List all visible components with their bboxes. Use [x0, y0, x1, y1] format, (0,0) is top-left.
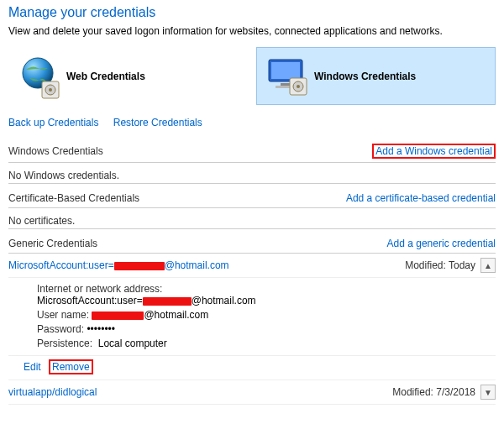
add-certificate-credential-link[interactable]: Add a certificate-based credential [346, 192, 496, 204]
section-empty-text: No certificates. [8, 208, 496, 229]
vault-tiles: Web Credentials Windows Credentials [8, 47, 496, 105]
section-title: Generic Credentials [8, 238, 97, 249]
add-windows-credential-link[interactable]: Add a Windows credential [372, 144, 496, 159]
add-generic-credential-link[interactable]: Add a generic credential [387, 238, 496, 249]
restore-credentials-link[interactable]: Restore Credentials [113, 117, 202, 128]
windows-credentials-section: Windows Credentials Add a Windows creden… [8, 144, 496, 184]
redacted-text [114, 262, 165, 270]
monitor-icon [265, 58, 306, 94]
edit-link[interactable]: Edit [24, 361, 41, 373]
page-subtitle: View and delete your saved logon informa… [8, 25, 496, 37]
credential-row[interactable]: virtualapp/didlogical Modified: 7/3/2018… [8, 380, 496, 405]
credential-details: Internet or network address: MicrosoftAc… [8, 278, 496, 356]
credential-modified: Modified: Today [405, 259, 475, 271]
windows-credentials-label: Windows Credentials [314, 71, 416, 82]
generic-credentials-section: Generic Credentials Add a generic creden… [8, 238, 496, 405]
section-title: Certificate-Based Credentials [8, 192, 139, 204]
chevron-up-icon[interactable]: ▲ [480, 258, 496, 273]
windows-credentials-tile[interactable]: Windows Credentials [256, 47, 496, 105]
credential-actions: Edit Remove [8, 356, 496, 380]
redacted-text [143, 297, 192, 306]
svg-point-10 [297, 85, 300, 88]
backup-restore-links: Back up Credentials Restore Credentials [8, 117, 496, 128]
credential-row[interactable]: MicrosoftAccount:user=@hotmail.com Modif… [8, 254, 496, 278]
credential-name: MicrosoftAccount:user=@hotmail.com [8, 259, 405, 271]
redacted-text [92, 312, 144, 320]
section-title: Windows Credentials [8, 145, 103, 157]
backup-credentials-link[interactable]: Back up Credentials [8, 117, 98, 128]
svg-point-3 [49, 88, 52, 92]
web-credentials-tile[interactable]: Web Credentials [8, 47, 248, 105]
web-credentials-label: Web Credentials [66, 71, 145, 82]
credential-name: virtualapp/didlogical [8, 386, 392, 398]
chevron-down-icon[interactable]: ▼ [480, 385, 496, 400]
page-title: Manage your credentials [8, 5, 496, 20]
section-empty-text: No Windows credentials. [8, 163, 496, 184]
credential-modified: Modified: 7/3/2018 [392, 386, 475, 398]
svg-rect-5 [271, 62, 300, 79]
certificate-credentials-section: Certificate-Based Credentials Add a cert… [8, 192, 496, 229]
globe-icon [18, 55, 58, 97]
remove-link[interactable]: Remove [49, 359, 93, 374]
